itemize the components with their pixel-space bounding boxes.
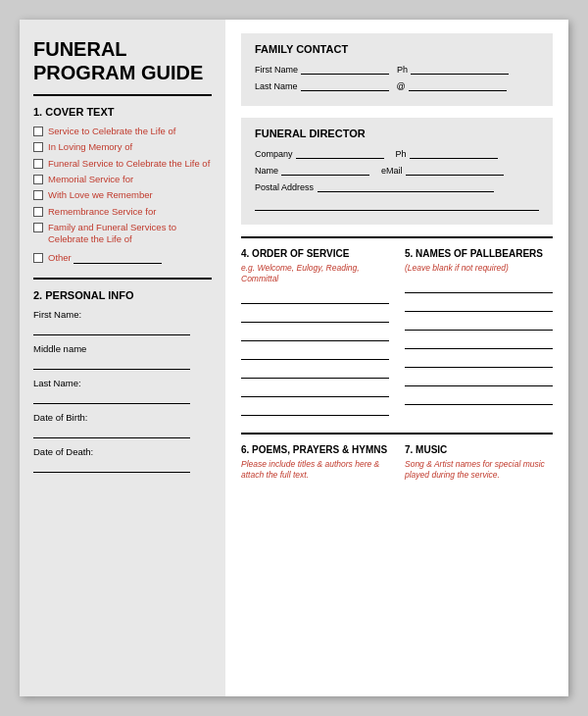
right-column: FAMILY CONTACT First Name Ph Last Name: [225, 20, 568, 696]
other-option: Other: [33, 252, 212, 264]
director-address-line[interactable]: [318, 180, 494, 192]
checkbox[interactable]: [33, 207, 43, 217]
pallbearer-line-4[interactable]: [405, 335, 553, 349]
pallbearer-line-1[interactable]: [405, 280, 553, 293]
last-name-line[interactable]: [33, 390, 190, 404]
director-email-field: eMail: [381, 164, 504, 176]
funeral-director-title: FUNERAL DIRECTOR: [255, 128, 539, 139]
director-company-label: Company: [255, 149, 293, 159]
director-ph-label: Ph: [396, 149, 407, 159]
bottom-grid: 4. ORDER OF SERVICE e.g. Welcome, Eulogy…: [241, 236, 553, 498]
page-title: FUNERAL PROGRAM GUIDE: [33, 37, 212, 84]
checkbox[interactable]: [33, 223, 43, 232]
list-item: Remembrance Service for: [33, 206, 212, 218]
checkbox[interactable]: [33, 142, 43, 152]
funeral-program-guide: FUNERAL PROGRAM GUIDE 1. COVER TEXT Serv…: [20, 20, 568, 696]
order-line-3[interactable]: [241, 328, 389, 341]
director-address-line2[interactable]: [255, 197, 539, 211]
poems-music-divider: 6. POEMS, PRAYERS & HYMNS Please include…: [241, 433, 553, 498]
director-name-field: Name: [255, 164, 369, 176]
director-name-label: Name: [255, 166, 278, 176]
order-line-4[interactable]: [241, 346, 389, 360]
family-lastname-label: Last Name: [255, 81, 298, 91]
order-line-2[interactable]: [241, 309, 389, 323]
checkbox[interactable]: [33, 190, 43, 200]
dod-line[interactable]: [33, 459, 190, 473]
director-address-label: Postal Address: [255, 182, 314, 192]
section-personal-info-title: 2. PERSONAL INFO: [33, 289, 212, 301]
list-item: Service to Celebrate the Life of: [33, 126, 212, 137]
order-of-service-hint: e.g. Welcome, Eulogy, Reading, Committal: [241, 263, 389, 284]
divider-1: [33, 94, 212, 96]
first-name-label: First Name:: [33, 309, 212, 320]
list-item: Family and Funeral Services to Celebrate…: [33, 222, 212, 246]
funeral-director-box: FUNERAL DIRECTOR Company Ph Name: [241, 118, 553, 225]
family-firstname-line[interactable]: [301, 63, 389, 75]
section-cover-text-title: 1. COVER TEXT: [33, 106, 212, 118]
right-top: FAMILY CONTACT First Name Ph Last Name: [241, 33, 553, 225]
checkbox[interactable]: [33, 159, 43, 169]
list-item: Memorial Service for: [33, 174, 212, 185]
order-line-5[interactable]: [241, 365, 389, 379]
first-name-line[interactable]: [33, 322, 190, 335]
music-hint: Song & Artist names for special music pl…: [405, 459, 553, 481]
poems-section: 6. POEMS, PRAYERS & HYMNS Please include…: [241, 444, 389, 486]
family-at-label: @: [397, 81, 406, 91]
last-name-label: Last Name:: [33, 378, 212, 388]
dob-line[interactable]: [33, 425, 190, 438]
pallbearers-hint: (Leave blank if not required): [405, 263, 553, 274]
order-line-1[interactable]: [241, 290, 389, 304]
pallbearer-line-3[interactable]: [405, 317, 553, 331]
director-email-line[interactable]: [406, 164, 504, 176]
poems-music-row: 6. POEMS, PRAYERS & HYMNS Please include…: [241, 444, 553, 486]
director-company-field: Company: [255, 147, 384, 159]
family-firstname-field: First Name: [255, 63, 389, 75]
pallbearer-line-5[interactable]: [405, 354, 553, 368]
family-lastname-line[interactable]: [301, 79, 389, 91]
family-contact-row2: Last Name @: [255, 79, 539, 91]
family-contact-title: FAMILY CONTACT: [255, 43, 539, 55]
director-address-row: Postal Address: [255, 180, 539, 192]
divider-2: [33, 278, 212, 280]
order-line-7[interactable]: [241, 402, 389, 416]
family-ph-line[interactable]: [411, 63, 509, 75]
other-label: Other: [48, 252, 72, 263]
pallbearers-section: 5. NAMES OF PALLBEARERS (Leave blank if …: [405, 248, 553, 421]
director-row2: Name eMail: [255, 164, 539, 176]
poems-hint: Please include titles & authors here & a…: [241, 459, 389, 481]
order-line-6[interactable]: [241, 384, 389, 397]
order-of-service-section: 4. ORDER OF SERVICE e.g. Welcome, Eulogy…: [241, 248, 389, 421]
checkbox[interactable]: [33, 175, 43, 184]
left-column: FUNERAL PROGRAM GUIDE 1. COVER TEXT Serv…: [20, 20, 225, 696]
director-row1: Company Ph: [255, 147, 539, 159]
pallbearer-line-7[interactable]: [405, 391, 553, 405]
personal-info-section: 2. PERSONAL INFO First Name: Middle name…: [33, 289, 212, 473]
music-section: 7. MUSIC Song & Artist names for special…: [405, 444, 553, 486]
dod-label: Date of Death:: [33, 446, 212, 457]
family-firstname-label: First Name: [255, 65, 298, 75]
director-ph-line[interactable]: [410, 147, 498, 159]
family-contact-row1: First Name Ph: [255, 63, 539, 75]
pallbearer-line-2[interactable]: [405, 298, 553, 312]
pallbearers-title: 5. NAMES OF PALLBEARERS: [405, 248, 553, 259]
director-name-line[interactable]: [281, 164, 369, 176]
order-of-service-title: 4. ORDER OF SERVICE: [241, 248, 389, 259]
other-input-line[interactable]: [74, 252, 162, 264]
family-ph-field: Ph: [397, 63, 509, 75]
family-email-line[interactable]: [409, 79, 507, 91]
family-lastname-field: Last Name: [255, 79, 389, 91]
director-company-line[interactable]: [296, 147, 384, 159]
cover-text-list: Service to Celebrate the Life of In Lovi…: [33, 126, 212, 246]
dob-label: Date of Birth:: [33, 412, 212, 423]
checkbox[interactable]: [33, 127, 43, 136]
middle-name-line[interactable]: [33, 356, 190, 370]
list-item: Funeral Service to Celebrate the Life of: [33, 158, 212, 170]
family-contact-box: FAMILY CONTACT First Name Ph Last Name: [241, 33, 553, 106]
list-item: With Love we Remember: [33, 189, 212, 201]
family-ph-label: Ph: [397, 65, 408, 75]
poems-title: 6. POEMS, PRAYERS & HYMNS: [241, 444, 389, 455]
pallbearer-line-6[interactable]: [405, 373, 553, 386]
list-item: In Loving Memory of: [33, 141, 212, 153]
middle-name-label: Middle name: [33, 343, 212, 354]
checkbox-other[interactable]: [33, 253, 43, 263]
